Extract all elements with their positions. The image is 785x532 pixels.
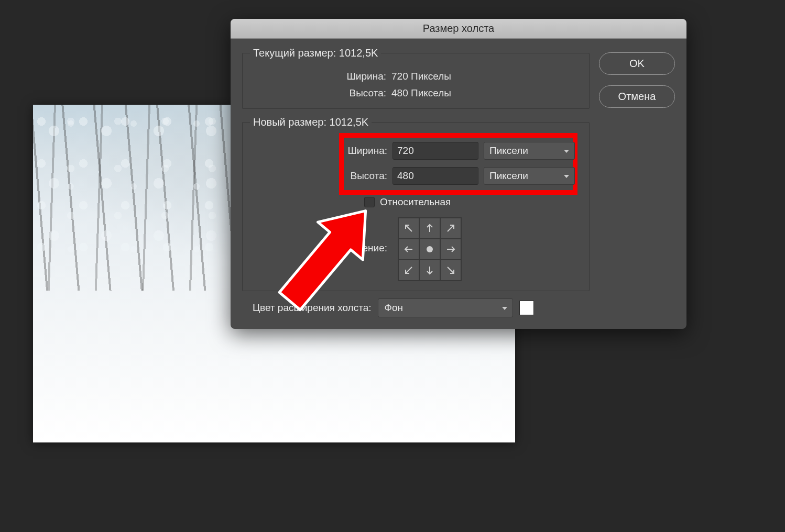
- current-width-label: Ширина:: [250, 71, 391, 82]
- relative-label: Относительная: [380, 196, 451, 208]
- anchor-top-left[interactable]: [398, 218, 419, 239]
- svg-line-7: [448, 267, 454, 273]
- dialog-title[interactable]: Размер холста: [231, 19, 686, 39]
- svg-line-5: [406, 267, 412, 273]
- anchor-center[interactable]: [419, 239, 440, 260]
- arrow-s-icon: [424, 265, 435, 275]
- new-width-row: Ширина: Пиксели: [250, 142, 582, 160]
- current-size-legend: Текущий размер: 1012,5K: [250, 47, 381, 59]
- anchor-bottom-left[interactable]: [398, 260, 419, 281]
- anchor-left[interactable]: [398, 239, 419, 260]
- anchor-bottom-right[interactable]: [440, 260, 461, 281]
- extension-color-swatch[interactable]: [519, 301, 534, 315]
- extension-color-label: Цвет расширения холста:: [253, 302, 372, 314]
- anchor-grid: [398, 217, 462, 281]
- new-width-label: Ширина:: [250, 145, 387, 157]
- cancel-button[interactable]: Отмена: [599, 85, 675, 108]
- anchor-top[interactable]: [419, 218, 440, 239]
- anchor-top-right[interactable]: [440, 218, 461, 239]
- anchor-row: Расположение:: [250, 217, 582, 281]
- current-height-label: Высота:: [250, 87, 391, 99]
- ok-button[interactable]: OK: [599, 52, 675, 75]
- canvas-size-dialog: Размер холста Текущий размер: 1012,5K Ши…: [231, 19, 686, 329]
- arrow-e-icon: [445, 244, 456, 254]
- new-size-fieldset: Новый размер: 1012,5K Ширина: Пиксели Вы…: [242, 116, 590, 291]
- current-width-row: Ширина: 720 Пикселы: [250, 71, 582, 82]
- arrow-nw-icon: [404, 223, 414, 234]
- dialog-right-column: OK Отмена: [599, 47, 675, 317]
- new-size-legend: Новый размер: 1012,5K: [250, 116, 372, 128]
- new-width-unit-dropdown[interactable]: Пиксели: [484, 142, 575, 160]
- anchor-label: Расположение:: [250, 217, 387, 254]
- anchor-right[interactable]: [440, 239, 461, 260]
- current-height-value: 480 Пикселы: [391, 87, 451, 99]
- relative-checkbox-row: Относительная: [364, 196, 582, 208]
- new-width-input[interactable]: [392, 142, 478, 160]
- anchor-bottom[interactable]: [419, 260, 440, 281]
- current-size-fieldset: Текущий размер: 1012,5K Ширина: 720 Пикс…: [242, 47, 590, 109]
- current-width-value: 720 Пикселы: [391, 71, 451, 82]
- extension-color-row: Цвет расширения холста: Фон: [242, 298, 590, 317]
- new-height-unit-dropdown[interactable]: Пиксели: [484, 167, 575, 185]
- svg-line-2: [448, 225, 454, 231]
- new-height-row: Высота: Пиксели: [250, 167, 582, 185]
- arrow-sw-icon: [404, 265, 414, 275]
- svg-line-0: [406, 225, 412, 231]
- relative-checkbox[interactable]: [364, 197, 375, 207]
- new-height-input[interactable]: [392, 167, 478, 185]
- arrow-n-icon: [424, 223, 435, 234]
- new-height-label: Высота:: [250, 170, 387, 182]
- extension-color-dropdown[interactable]: Фон: [378, 298, 513, 317]
- arrow-w-icon: [404, 244, 414, 254]
- current-height-row: Высота: 480 Пикселы: [250, 87, 582, 99]
- arrow-se-icon: [445, 265, 456, 275]
- dialog-body: Текущий размер: 1012,5K Ширина: 720 Пикс…: [231, 39, 686, 329]
- dialog-left-column: Текущий размер: 1012,5K Ширина: 720 Пикс…: [242, 47, 590, 317]
- arrow-ne-icon: [445, 223, 456, 234]
